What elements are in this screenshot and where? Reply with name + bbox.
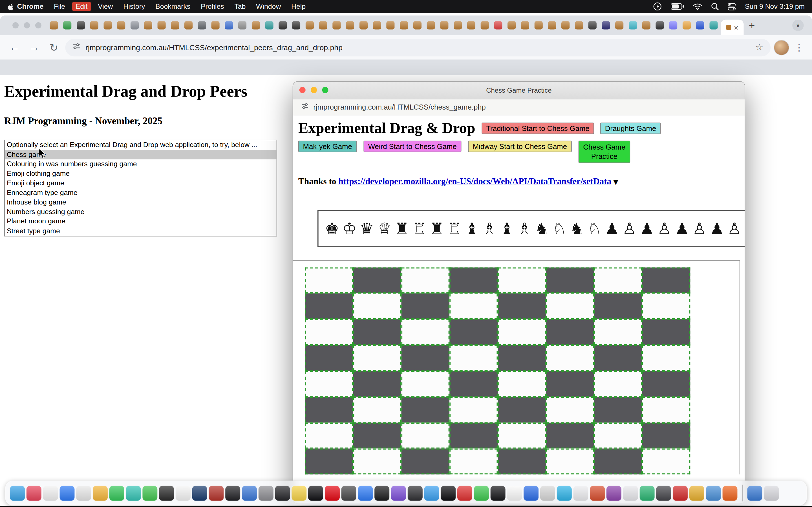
apple-menu-icon[interactable] bbox=[7, 2, 14, 10]
board-square[interactable] bbox=[642, 371, 691, 397]
board-square[interactable] bbox=[546, 268, 594, 293]
downloads-stack-icon[interactable] bbox=[747, 486, 762, 501]
dock-app-icon[interactable] bbox=[457, 486, 472, 501]
tab-favicon[interactable] bbox=[225, 21, 233, 29]
new-tab-button[interactable]: + bbox=[749, 20, 755, 31]
tab-favicon[interactable] bbox=[629, 21, 637, 29]
board-square[interactable] bbox=[498, 423, 546, 449]
chess-piece[interactable]: ♘ bbox=[587, 221, 602, 237]
board-square[interactable] bbox=[594, 345, 642, 371]
tab-favicon[interactable] bbox=[507, 21, 516, 29]
screen-mirroring-icon[interactable] bbox=[653, 2, 662, 11]
tab-favicon[interactable] bbox=[50, 21, 58, 29]
dock-app-icon[interactable] bbox=[192, 486, 207, 501]
tab-favicon[interactable] bbox=[63, 21, 71, 29]
board-square[interactable] bbox=[546, 448, 594, 474]
dock-app-icon[interactable] bbox=[159, 486, 174, 501]
board-square[interactable] bbox=[642, 397, 691, 423]
dock-app-icon[interactable] bbox=[341, 486, 356, 501]
dock-app-icon[interactable] bbox=[308, 486, 323, 501]
board-square[interactable] bbox=[546, 319, 594, 345]
dock-app-icon[interactable] bbox=[722, 486, 737, 501]
tab-search-chevron-icon[interactable]: ∨ bbox=[792, 20, 804, 31]
tab-favicon[interactable] bbox=[413, 21, 421, 29]
tab-favicon[interactable] bbox=[642, 21, 651, 29]
tab-favicon[interactable] bbox=[90, 21, 98, 29]
menu-item-tab[interactable]: Tab bbox=[234, 3, 246, 10]
board-square[interactable] bbox=[305, 423, 353, 449]
bookmark-star-icon[interactable]: ☆ bbox=[755, 42, 763, 53]
tab-favicon[interactable] bbox=[359, 21, 368, 29]
dock-app-icon[interactable] bbox=[689, 486, 704, 501]
dock-app-icon[interactable] bbox=[59, 486, 74, 501]
menu-item-chrome[interactable]: Chrome bbox=[17, 3, 44, 10]
dock-app-icon[interactable] bbox=[358, 486, 373, 501]
board-square[interactable] bbox=[449, 397, 498, 423]
tab-favicon[interactable] bbox=[602, 21, 610, 29]
tab-favicon[interactable] bbox=[454, 21, 462, 29]
board-square[interactable] bbox=[401, 423, 449, 449]
tab-favicon[interactable] bbox=[157, 21, 165, 29]
chess-piece[interactable]: ♞ bbox=[570, 221, 584, 237]
board-square[interactable] bbox=[353, 319, 402, 345]
tab-favicon[interactable] bbox=[669, 21, 677, 29]
board-square[interactable] bbox=[305, 371, 353, 397]
board-square[interactable] bbox=[498, 371, 546, 397]
board-square[interactable] bbox=[305, 268, 353, 293]
dock-app-icon[interactable] bbox=[474, 486, 489, 501]
tab-favicon[interactable] bbox=[117, 21, 125, 29]
control-center-icon[interactable] bbox=[728, 2, 736, 10]
tab-favicon[interactable] bbox=[480, 21, 489, 29]
tab-favicon[interactable] bbox=[77, 21, 85, 29]
board-square[interactable] bbox=[498, 268, 546, 293]
board-square[interactable] bbox=[594, 319, 642, 345]
dock-app-icon[interactable] bbox=[43, 486, 58, 501]
board-square[interactable] bbox=[353, 371, 402, 397]
dock-app-icon[interactable] bbox=[706, 486, 721, 501]
menu-item-help[interactable]: Help bbox=[291, 3, 306, 10]
board-square[interactable] bbox=[449, 293, 498, 319]
spotlight-search-icon[interactable] bbox=[711, 3, 719, 10]
popup-url-text[interactable]: rjmprogramming.com.au/HTMLCSS/chess_game… bbox=[313, 103, 486, 111]
dock-app-icon[interactable] bbox=[507, 486, 522, 501]
board-square[interactable] bbox=[594, 268, 642, 293]
dock-app-icon[interactable] bbox=[557, 486, 571, 501]
chess-piece[interactable]: ♖ bbox=[412, 221, 426, 237]
draughts-game-button[interactable]: Draughts Game bbox=[600, 122, 661, 133]
popup-window-controls[interactable] bbox=[299, 87, 328, 93]
tab-favicon[interactable] bbox=[575, 21, 583, 29]
listbox-option-planet-moon-game[interactable]: Planet moon game bbox=[5, 217, 276, 226]
midway-start-to-chess-game-button[interactable]: Midway Start to Chess Game bbox=[468, 141, 571, 152]
chess-piece[interactable]: ♟ bbox=[710, 221, 724, 237]
dock-app-icon[interactable] bbox=[391, 486, 406, 501]
board-square[interactable] bbox=[594, 371, 642, 397]
dock-app-icon[interactable] bbox=[606, 486, 621, 501]
chess-piece[interactable]: ♙ bbox=[727, 221, 742, 237]
chess-piece[interactable]: ♟ bbox=[675, 221, 689, 237]
dock-app-icon[interactable] bbox=[76, 486, 91, 501]
dock-app-icon[interactable] bbox=[225, 486, 240, 501]
tab-favicon[interactable] bbox=[144, 21, 152, 29]
dock-app-icon[interactable] bbox=[374, 486, 389, 501]
board-square[interactable] bbox=[449, 319, 498, 345]
tab-favicon[interactable] bbox=[615, 21, 623, 29]
reload-button[interactable]: ↻ bbox=[46, 39, 62, 56]
dock-app-icon[interactable] bbox=[640, 486, 654, 501]
wifi-icon[interactable] bbox=[693, 3, 702, 10]
dock-app-icon[interactable] bbox=[490, 486, 505, 501]
board-square[interactable] bbox=[642, 448, 691, 474]
tab-favicon[interactable] bbox=[211, 21, 219, 29]
tab-favicon[interactable] bbox=[709, 21, 718, 29]
dock-app-icon[interactable] bbox=[540, 486, 555, 501]
tab-favicon[interactable] bbox=[171, 21, 179, 29]
tab-favicon[interactable] bbox=[373, 21, 381, 29]
chess-piece[interactable]: ♟ bbox=[745, 221, 745, 237]
tab-favicon[interactable] bbox=[292, 21, 300, 29]
board-square[interactable] bbox=[498, 293, 546, 319]
mdn-link[interactable]: https://developer.mozilla.org/en-US/docs… bbox=[338, 176, 611, 186]
dock-app-icon[interactable] bbox=[656, 486, 671, 501]
dock-app-icon[interactable] bbox=[673, 486, 688, 501]
board-square[interactable] bbox=[401, 448, 449, 474]
chess-piece[interactable]: ♔ bbox=[342, 221, 357, 237]
battery-icon[interactable] bbox=[671, 3, 684, 10]
